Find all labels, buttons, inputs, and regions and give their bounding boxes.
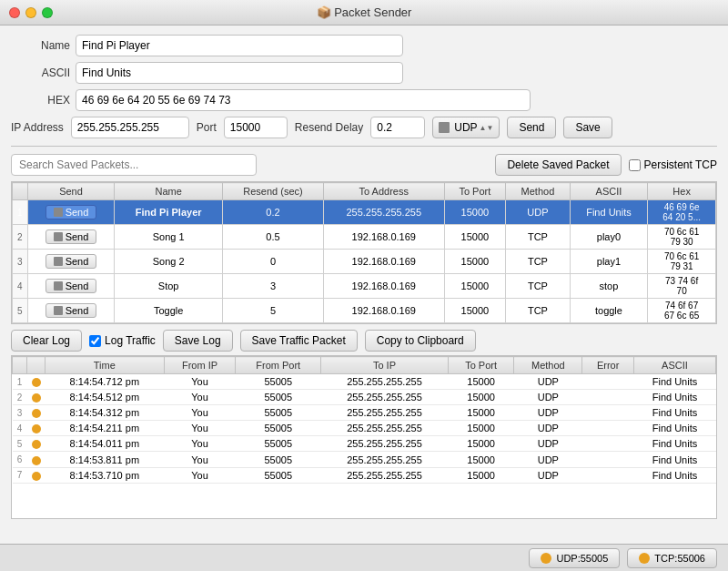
log-row-number: 3 xyxy=(13,405,27,421)
send-row-button[interactable]: Send xyxy=(46,205,97,219)
tcp-port-label: TCP:55006 xyxy=(654,553,705,564)
log-row-number: 4 xyxy=(13,421,27,436)
log-error-cell xyxy=(582,405,634,421)
table-row[interactable]: 2 Send Song 1 0.5 192.168.0.169 15000 TC… xyxy=(13,225,716,250)
log-to-port-cell: 15000 xyxy=(448,467,513,483)
log-col-from-port: From Port xyxy=(236,357,321,374)
send-row-button[interactable]: Send xyxy=(46,303,97,318)
log-table-wrapper[interactable]: Time From IP From Port To IP To Port Met… xyxy=(11,355,717,519)
send-row-button[interactable]: Send xyxy=(46,229,97,244)
log-send-icon xyxy=(32,393,41,403)
close-button[interactable] xyxy=(9,7,20,18)
clear-log-button[interactable]: Clear Log xyxy=(11,330,82,352)
log-from-port-cell: 55005 xyxy=(236,467,321,483)
send-row-button[interactable]: Send xyxy=(46,279,97,293)
hex-cell: 70 6c 61 79 30 xyxy=(648,225,716,250)
log-to-port-cell: 15000 xyxy=(448,421,513,436)
log-col-to-port: To Port xyxy=(448,357,513,374)
protocol-select[interactable]: UDP ▲▼ xyxy=(432,117,500,138)
log-col-ascii: ASCII xyxy=(633,357,715,374)
maximize-button[interactable] xyxy=(42,7,53,18)
udp-port-button[interactable]: UDP:55005 xyxy=(529,548,620,568)
persistent-tcp-label[interactable]: Persistent TCP xyxy=(629,158,717,171)
log-ascii-cell: Find Units xyxy=(633,421,715,436)
log-icon-cell xyxy=(27,436,46,452)
log-row: 4 8:14:54.211 pm You 55005 255.255.255.2… xyxy=(13,421,716,436)
delay-input[interactable] xyxy=(370,117,425,138)
resend-cell: 5 xyxy=(222,299,323,323)
log-icon-cell xyxy=(27,421,46,436)
log-method-cell: UDP xyxy=(514,467,582,483)
table-row[interactable]: 5 Send Toggle 5 192.168.0.169 15000 TCP … xyxy=(13,299,716,323)
log-col-num xyxy=(13,357,27,374)
tcp-port-button[interactable]: TCP:55006 xyxy=(627,548,717,568)
log-controls: Clear Log Log Traffic Save Log Save Traf… xyxy=(11,324,717,355)
log-from-port-cell: 55005 xyxy=(236,436,321,452)
search-right: Delete Saved Packet Persistent TCP xyxy=(495,154,717,176)
method-cell: TCP xyxy=(506,274,570,299)
resend-cell: 0.2 xyxy=(222,200,323,225)
titlebar-title: 📦 Packet Sender xyxy=(317,5,412,19)
table-row[interactable]: 4 Send Stop 3 192.168.0.169 15000 TCP st… xyxy=(13,274,716,299)
log-traffic-label[interactable]: Log Traffic xyxy=(89,334,156,347)
delete-packet-button[interactable]: Delete Saved Packet xyxy=(495,154,621,176)
log-from-ip-cell: You xyxy=(164,374,236,390)
minimize-button[interactable] xyxy=(25,7,36,18)
log-to-ip-cell: 255.255.255.255 xyxy=(321,467,449,483)
log-to-ip-cell: 255.255.255.255 xyxy=(321,405,449,421)
search-input[interactable] xyxy=(11,154,257,176)
table-row[interactable]: 3 Send Song 2 0 192.168.0.169 15000 TCP … xyxy=(13,250,716,274)
save-traffic-button[interactable]: Save Traffic Packet xyxy=(240,330,358,352)
window-controls xyxy=(9,7,53,18)
ascii-cell: Find Units xyxy=(570,200,648,225)
log-method-cell: UDP xyxy=(514,374,582,390)
log-traffic-checkbox[interactable] xyxy=(89,335,101,347)
send-cell[interactable]: Send xyxy=(27,200,115,225)
port-input[interactable] xyxy=(224,117,288,138)
send-cell[interactable]: Send xyxy=(27,250,115,274)
log-time-cell: 8:14:54.211 pm xyxy=(46,421,165,436)
log-from-port-cell: 55005 xyxy=(236,452,321,467)
log-row: 2 8:14:54.512 pm You 55005 255.255.255.2… xyxy=(13,390,716,405)
send-cell[interactable]: Send xyxy=(27,225,115,250)
log-method-cell: UDP xyxy=(514,390,582,405)
titlebar: 📦 Packet Sender xyxy=(0,0,728,25)
copy-clipboard-button[interactable]: Copy to Clipboard xyxy=(365,330,476,352)
save-log-button[interactable]: Save Log xyxy=(163,330,233,352)
tcp-footer-icon xyxy=(639,553,650,564)
packets-table-wrapper: Send Name Resend (sec) To Address To Por… xyxy=(11,181,717,324)
log-ascii-cell: Find Units xyxy=(633,452,715,467)
ascii-row: ASCII xyxy=(11,62,717,84)
method-cell: TCP xyxy=(506,225,570,250)
ip-input[interactable] xyxy=(71,117,189,138)
ascii-input[interactable] xyxy=(76,62,403,84)
persistent-tcp-checkbox[interactable] xyxy=(629,159,641,171)
log-from-port-cell: 55005 xyxy=(236,390,321,405)
log-row: 6 8:14:53.811 pm You 55005 255.255.255.2… xyxy=(13,452,716,467)
port-cell: 15000 xyxy=(444,250,506,274)
log-col-error: Error xyxy=(582,357,634,374)
port-cell: 15000 xyxy=(444,274,506,299)
log-from-ip-cell: You xyxy=(164,421,236,436)
name-input[interactable] xyxy=(76,35,403,56)
log-error-cell xyxy=(582,374,634,390)
table-row[interactable]: 1 Send Find Pi Player 0.2 255.255.255.25… xyxy=(13,200,716,225)
resend-cell: 0 xyxy=(222,250,323,274)
main-content: Name ASCII HEX IP Address Port Resend De… xyxy=(0,25,728,551)
log-from-ip-cell: You xyxy=(164,452,236,467)
save-button[interactable]: Save xyxy=(563,117,612,138)
address-cell: 255.255.255.255 xyxy=(324,200,445,225)
log-header-row: Time From IP From Port To IP To Port Met… xyxy=(13,357,716,374)
name-cell: Toggle xyxy=(115,299,223,323)
log-to-port-cell: 15000 xyxy=(448,390,513,405)
hex-cell: 73 74 6f 70 xyxy=(648,274,716,299)
log-row-number: 1 xyxy=(13,374,27,390)
send-button[interactable]: Send xyxy=(507,117,556,138)
hex-row: HEX xyxy=(11,89,717,111)
log-col-to-ip: To IP xyxy=(321,357,449,374)
col-header-send: Send xyxy=(27,183,115,200)
send-row-button[interactable]: Send xyxy=(46,254,97,269)
send-cell[interactable]: Send xyxy=(27,274,115,299)
hex-input[interactable] xyxy=(76,89,531,111)
send-cell[interactable]: Send xyxy=(27,299,115,323)
